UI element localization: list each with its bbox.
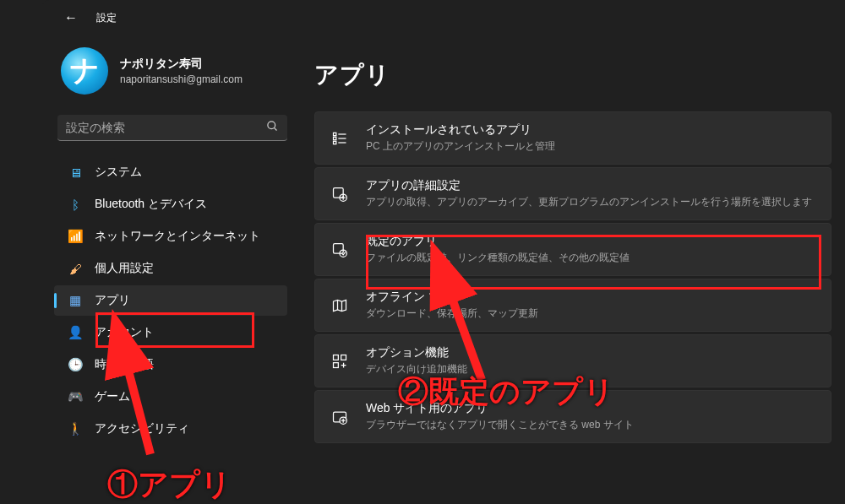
card-subtitle: ブラウザーではなくアプリで開くことができる web サイト [366,418,634,432]
sidebar: ナ ナポリタン寿司 naporitansushi@gmail.com 🖥システム… [42,30,296,504]
map-icon [330,296,349,315]
sidebar-item-label: Bluetooth とデバイス [95,197,207,212]
svg-point-0 [268,122,275,129]
card-title: アプリの詳細設定 [366,178,812,193]
svg-rect-10 [334,243,344,253]
svg-rect-12 [334,355,339,360]
sidebar-item-label: システム [95,165,142,180]
accessibility-icon: 🚶 [68,421,83,436]
svg-rect-14 [334,362,339,367]
display-icon: 🖥 [68,165,83,180]
card-title: Web サイト用のアプリ [366,401,634,416]
selection-indicator [54,293,57,308]
settings-window: ← 設定 ナ ナポリタン寿司 naporitansushi@gmail.com … [42,0,845,504]
apps-icon: ▦ [68,293,83,308]
profile-email: naporitansushi@gmail.com [120,73,243,85]
svg-line-1 [274,127,276,130]
sidebar-item-1[interactable]: ᛒBluetooth とデバイス [54,189,287,219]
svg-rect-6 [334,141,336,144]
card-subtitle: ファイルの既定値、リンク種類の既定値、その他の既定値 [366,251,630,265]
sidebar-item-2[interactable]: 📶ネットワークとインターネット [54,221,287,252]
sidebar-item-6[interactable]: 🕒時刻と言語 [54,350,287,380]
clock-icon: 🕒 [68,357,83,372]
card-5[interactable]: Web サイト用のアプリブラウザーではなくアプリで開くことができる web サイ… [314,390,831,443]
window-title: 設定 [96,11,117,25]
titlebar: ← 設定 [42,0,845,30]
sidebar-item-label: 個人用設定 [95,261,154,276]
sidebar-item-5[interactable]: 👤アカウント [54,317,287,348]
profile-block[interactable]: ナ ナポリタン寿司 naporitansushi@gmail.com [54,39,296,110]
card-subtitle: アプリの取得、アプリのアーカイブ、更新プログラムのアンインストールを行う場所を選… [366,195,812,209]
web-app-icon [330,408,349,426]
card-title: オプション機能 [366,345,467,360]
card-text: 既定のアプリファイルの既定値、リンク種類の既定値、その他の既定値 [366,234,630,265]
card-text: オフライン マップダウンロード、保存場所、マップ更新 [366,290,538,321]
sidebar-item-8[interactable]: 🚶アクセシビリティ [54,414,287,444]
main-content: アプリ インストールされているアプリPC 上のアプリのアンインストールと管理アプ… [296,30,845,504]
sidebar-item-label: ネットワークとインターネット [95,229,260,244]
card-subtitle: PC 上のアプリのアンインストールと管理 [366,139,555,154]
svg-rect-4 [334,137,336,139]
card-title: オフライン マップ [366,290,538,305]
card-title: インストールされているアプリ [366,122,555,138]
sidebar-item-label: ゲーム [95,389,130,404]
search-field[interactable] [57,115,287,141]
sidebar-item-label: アプリ [95,293,130,308]
back-arrow-icon[interactable]: ← [64,10,78,25]
gear-app-icon [330,185,349,203]
feature-icon [330,352,349,371]
card-text: オプション機能デバイス向け追加機能 [366,345,467,377]
svg-rect-8 [334,187,344,198]
sidebar-item-label: アクセシビリティ [95,421,189,436]
wifi-icon: 📶 [68,229,83,244]
svg-rect-2 [334,133,336,135]
profile-text: ナポリタン寿司 naporitansushi@gmail.com [120,57,243,85]
sidebar-item-3[interactable]: 🖌個人用設定 [54,253,287,284]
sidebar-item-label: アカウント [95,325,154,340]
search-input[interactable] [66,121,266,134]
card-subtitle: デバイス向け追加機能 [366,362,467,377]
card-0[interactable]: インストールされているアプリPC 上のアプリのアンインストールと管理 [314,111,831,165]
cards-list: インストールされているアプリPC 上のアプリのアンインストールと管理アプリの詳細… [314,111,831,443]
svg-rect-13 [341,355,346,360]
sidebar-item-4[interactable]: ▦アプリ [54,285,287,316]
list-icon [330,129,349,148]
card-3[interactable]: オフライン マップダウンロード、保存場所、マップ更新 [314,279,831,332]
card-2[interactable]: 既定のアプリファイルの既定値、リンク種類の既定値、その他の既定値 [314,223,831,276]
card-text: Web サイト用のアプリブラウザーではなくアプリで開くことができる web サイ… [366,401,634,432]
sidebar-item-label: 時刻と言語 [95,357,154,372]
bluetooth-icon: ᛒ [68,197,83,212]
body-area: ナ ナポリタン寿司 naporitansushi@gmail.com 🖥システム… [42,30,845,504]
default-app-icon [330,241,349,259]
card-4[interactable]: オプション機能デバイス向け追加機能 [314,334,831,387]
sidebar-item-0[interactable]: 🖥システム [54,157,287,187]
card-1[interactable]: アプリの詳細設定アプリの取得、アプリのアーカイブ、更新プログラムのアンインストー… [314,167,831,220]
account-icon: 👤 [68,325,83,340]
brush-icon: 🖌 [68,261,83,276]
card-title: 既定のアプリ [366,234,630,249]
search-icon [266,120,279,135]
card-text: アプリの詳細設定アプリの取得、アプリのアーカイブ、更新プログラムのアンインストー… [366,178,812,209]
card-subtitle: ダウンロード、保存場所、マップ更新 [366,306,538,321]
profile-name: ナポリタン寿司 [120,57,243,72]
card-text: インストールされているアプリPC 上のアプリのアンインストールと管理 [366,122,555,154]
gamepad-icon: 🎮 [68,389,83,404]
sidebar-item-7[interactable]: 🎮ゲーム [54,382,287,412]
avatar: ナ [61,47,108,95]
sidebar-list: 🖥システムᛒBluetooth とデバイス📶ネットワークとインターネット🖌個人用… [54,156,296,445]
page-title: アプリ [314,59,831,91]
